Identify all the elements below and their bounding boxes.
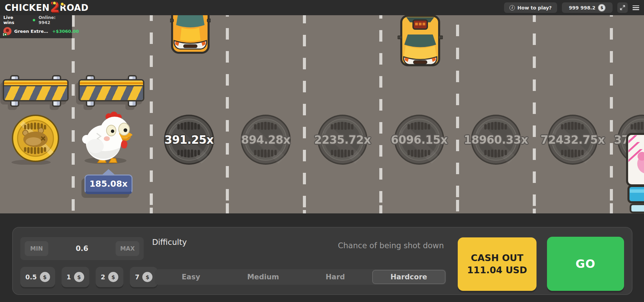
lane-divider [303, 15, 306, 213]
bet-value[interactable]: 0.6 [76, 245, 88, 253]
fullscreen-icon [620, 5, 625, 10]
bonus-coin [10, 114, 61, 166]
barrier-board [3, 79, 69, 101]
manhole-multiplier: 894.28x [241, 133, 290, 146]
player-flag-icon [3, 33, 7, 36]
manhole-multiplier: 2235.72x [314, 133, 371, 146]
tab-hardcore[interactable]: Hardcore [372, 270, 446, 284]
barrier [78, 74, 144, 108]
tab-medium[interactable]: Medium [227, 269, 300, 285]
chicken-character [82, 110, 136, 166]
manhole-multiplier: 72432.75x [541, 133, 605, 146]
roast-chicken-coin-icon [10, 114, 61, 165]
manhole: 6096.15x [393, 114, 445, 165]
manhole-multiplier: 18960.33x [464, 133, 528, 146]
player-name: Green Extre… [14, 29, 48, 34]
bet-chip-0.5[interactable]: 0.5 $ [20, 267, 55, 287]
bet-chips: 0.5 $ 1 $ 2 $ 7 $ [20, 267, 158, 287]
online-count: Online: 9942 [39, 15, 69, 25]
chip-value: 1 [67, 273, 71, 281]
manhole-multiplier: 6096.15x [391, 133, 448, 146]
win-entry[interactable]: Green Extre… +$3060.00 [3, 27, 69, 35]
menu-button[interactable] [633, 5, 639, 10]
chance-label: Chance of being shot down [338, 241, 444, 250]
lane-divider [226, 15, 229, 213]
manhole: 72432.75x [547, 114, 598, 165]
logo-text-chicken: CHICKEN [5, 3, 50, 13]
chick-icon [52, 1, 56, 5]
tab-easy[interactable]: Easy [155, 269, 227, 285]
manhole: 2235.72x [317, 114, 368, 165]
difficulty-tabs: Easy Medium Hard Hardcore [155, 269, 446, 285]
lane-divider [379, 15, 382, 213]
how-to-play-button[interactable]: i How to play? [504, 2, 557, 13]
manhole: 18960.33x [470, 114, 522, 165]
cashout-line1: CASH OUT [471, 252, 523, 264]
difficulty-label: Difficulty [152, 238, 187, 247]
lane-divider [150, 15, 153, 213]
cashout-line2: 111.04 USD [467, 264, 527, 276]
lane-divider [456, 15, 459, 213]
top-bar: CHICKEN 2 ROAD i How to play? 999 998.2 … [0, 0, 644, 15]
lane-divider [610, 15, 613, 213]
chip-value: 0.5 [25, 273, 37, 281]
balance-display[interactable]: 999 998.2 $ [562, 2, 613, 13]
min-bet-button[interactable]: MIN [25, 241, 48, 256]
avatar [3, 27, 11, 35]
chip-value: 7 [135, 273, 139, 281]
manhole-multiplier: 391.25x [164, 133, 213, 146]
chick-icon [60, 2, 64, 6]
info-icon: i [509, 5, 515, 10]
player-multiplier-badge: 185.08x [85, 175, 133, 194]
max-bet-button[interactable]: MAX [116, 241, 139, 256]
live-wins-panel: Live wins Online: 9942 Green Extre… +$30… [0, 15, 72, 38]
dollar-coin-icon: $ [108, 272, 118, 282]
balance-value: 999 998.2 [569, 5, 595, 10]
coin-icon: $ [598, 4, 605, 11]
bet-chip-7[interactable]: 7 $ [130, 267, 158, 287]
fullscreen-button[interactable] [617, 2, 628, 13]
dollar-coin-icon: $ [40, 272, 50, 282]
chip-value: 2 [101, 273, 105, 281]
hamburger-icon [633, 5, 639, 6]
player-multiplier-value: 185.08x [90, 179, 128, 189]
win-amount: +$3060.00 [52, 29, 79, 34]
taxi-car [398, 15, 443, 68]
lane-divider [533, 15, 536, 213]
bet-box: MIN 0.6 MAX [20, 237, 144, 260]
logo: CHICKEN 2 ROAD [5, 0, 89, 15]
live-wins-title: Live wins [3, 15, 25, 25]
cashout-button[interactable]: CASH OUT 111.04 USD [458, 237, 536, 291]
go-button[interactable]: GO [547, 237, 624, 291]
dollar-coin-icon: $ [74, 272, 84, 282]
bet-chip-2[interactable]: 2 $ [96, 267, 123, 287]
online-dot-icon [33, 19, 35, 21]
manhole: 894.28x [240, 114, 291, 165]
bet-chip-1[interactable]: 1 $ [62, 267, 89, 287]
barrier-board [78, 79, 144, 101]
lane-divider [72, 15, 75, 213]
controls-panel: MIN 0.6 MAX 0.5 $ 1 $ 2 $ 7 $ Difficulty… [12, 227, 633, 295]
tab-hard[interactable]: Hard [299, 269, 372, 285]
taxi-icon [398, 15, 443, 66]
van-icon [625, 133, 644, 214]
barrier [3, 74, 69, 108]
how-to-play-label: How to play? [518, 5, 552, 10]
dollar-coin-icon: $ [142, 272, 152, 282]
manhole: 391.25x [163, 114, 215, 165]
chicken-road-game: 391.25x 894.28x 2235.72x 6096.15x 18960.… [0, 0, 644, 302]
ice-cream-van [625, 133, 644, 215]
chicken-icon [82, 110, 136, 164]
